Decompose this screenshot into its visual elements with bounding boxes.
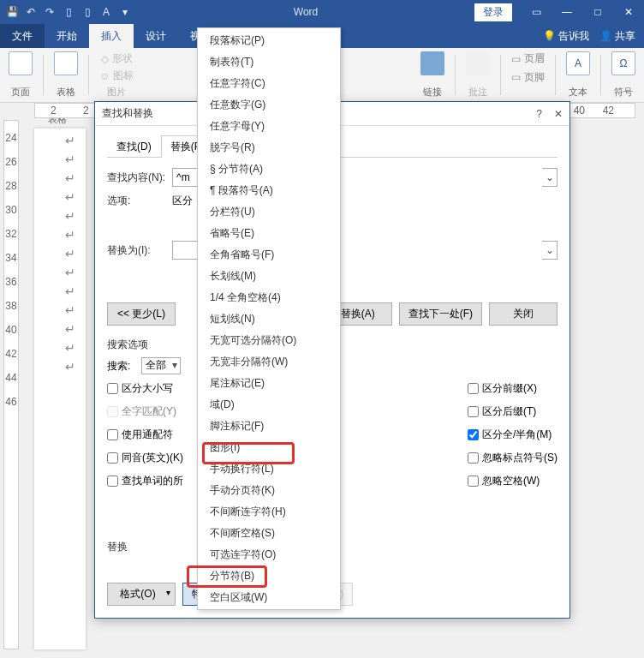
replace-with-label: 替换为(I): xyxy=(107,243,167,258)
qat-icon[interactable]: ▯ xyxy=(80,5,94,19)
tab-design[interactable]: 设计 xyxy=(134,24,178,48)
ruler-vertical: 242628 303234 363840 424446 xyxy=(3,120,19,649)
close-button[interactable]: 关闭 xyxy=(489,302,558,326)
find-what-label: 查找内容(N): xyxy=(107,170,167,185)
menu-item[interactable]: 长划线(M) xyxy=(198,266,340,287)
check-ignore-space[interactable]: 忽略空格(W) xyxy=(468,474,558,488)
help-icon[interactable]: ? xyxy=(536,108,542,120)
menu-item[interactable]: 1/4 全角空格(4) xyxy=(198,287,340,308)
menu-item[interactable]: 图形(I) xyxy=(198,437,340,458)
icons-icon: ☺ xyxy=(99,70,110,82)
ribbon-options-icon[interactable]: ▭ xyxy=(521,0,552,24)
replace-combo-arrow[interactable]: ⌄ xyxy=(542,241,558,260)
find-combo-arrow[interactable]: ⌄ xyxy=(542,168,558,187)
paragraph-mark: ↵ xyxy=(65,153,86,166)
undo-icon[interactable]: ↶ xyxy=(24,5,38,19)
ribbon-group-link[interactable]: 链接 xyxy=(417,51,448,99)
check-wildcards[interactable]: 使用通配符 xyxy=(107,428,183,442)
check-full-half[interactable]: 区分全/半角(M) xyxy=(468,428,558,442)
title-bar: 💾 ↶ ↷ ▯ ▯ A ▾ Word 登录 ▭ — □ ✕ xyxy=(0,0,644,24)
textbox-icon: A xyxy=(566,51,590,75)
check-ignore-punct[interactable]: 忽略标点符号(S) xyxy=(468,451,558,465)
link-icon xyxy=(420,51,444,75)
dialog-title: 查找和替换 xyxy=(102,106,153,121)
menu-item[interactable]: 域(D) xyxy=(198,394,340,416)
special-format-menu: 段落标记(P) 制表符(T) 任意字符(C) 任意数字(G) 任意字母(Y) 脱… xyxy=(197,27,341,610)
menu-item-manual-page-break[interactable]: 手动分页符(K) xyxy=(198,480,340,501)
menu-item[interactable]: 任意数字(G) xyxy=(198,94,340,116)
redo-icon[interactable]: ↷ xyxy=(43,5,57,19)
ribbon-group-headerfooter[interactable]: ▭页眉 ▭页脚 xyxy=(508,51,548,99)
find-what-input[interactable] xyxy=(172,168,198,187)
tab-home[interactable]: 开始 xyxy=(45,24,89,48)
menu-item[interactable]: 无宽可选分隔符(O) xyxy=(198,330,340,351)
menu-item[interactable]: ¶ 段落符号(A) xyxy=(198,180,340,201)
find-next-button[interactable]: 查找下一处(F) xyxy=(399,302,482,326)
login-button[interactable]: 登录 xyxy=(474,3,512,21)
menu-item[interactable]: 制表符(T) xyxy=(198,51,340,73)
check-suffix[interactable]: 区分后缀(T) xyxy=(468,404,558,419)
replace-with-input[interactable] xyxy=(172,241,198,260)
tab-file[interactable]: 文件 xyxy=(0,24,45,48)
menu-item[interactable]: 不间断连字符(H) xyxy=(198,501,340,523)
less-button[interactable]: << 更少(L) xyxy=(107,302,176,326)
tell-me[interactable]: 💡 告诉我 xyxy=(543,29,589,44)
qat-icon[interactable]: ▯ xyxy=(62,5,75,19)
menu-item[interactable]: 脱字号(R) xyxy=(198,137,340,159)
check-match-case[interactable]: 区分大小写 xyxy=(107,381,183,396)
maximize-icon[interactable]: □ xyxy=(582,0,613,24)
menu-item[interactable]: 尾注标记(E) xyxy=(198,373,340,394)
search-direction-select[interactable]: 全部 xyxy=(141,357,181,374)
options-label: 选项: xyxy=(107,194,167,208)
menu-item[interactable]: 无宽非分隔符(W) xyxy=(198,351,340,373)
ribbon-group-table[interactable]: 表格 xyxy=(51,51,81,99)
footer-icon: ▭ xyxy=(511,71,521,83)
menu-item[interactable]: 空白区域(W) xyxy=(198,587,340,608)
paragraph-mark: ↵ xyxy=(65,209,86,223)
ribbon-group-page[interactable]: 页面 xyxy=(5,51,36,99)
tab-find[interactable]: 查找(D) xyxy=(107,135,161,158)
search-direction-label: 搜索: xyxy=(107,359,136,374)
check-word-forms[interactable]: 查找单词的所 xyxy=(107,474,183,488)
close-icon[interactable]: ✕ xyxy=(554,108,563,120)
menu-item[interactable]: 手动换行符(L) xyxy=(198,458,340,480)
tab-insert[interactable]: 插入 xyxy=(89,24,134,48)
menu-item[interactable]: 短划线(N) xyxy=(198,308,340,330)
share-button[interactable]: 👤 共享 xyxy=(599,29,635,44)
table-icon xyxy=(54,51,78,75)
minimize-icon[interactable]: — xyxy=(552,0,582,24)
comment-icon xyxy=(466,51,490,75)
paragraph-mark: ↵ xyxy=(65,360,86,374)
check-sounds-like[interactable]: 同音(英文)(K) xyxy=(107,451,183,465)
check-whole-word[interactable]: 全字匹配(Y) xyxy=(107,404,183,419)
paragraph-mark: ↵ xyxy=(65,247,86,260)
format-button[interactable]: 格式(O) xyxy=(107,583,176,606)
menu-item[interactable]: 不间断空格(S) xyxy=(198,523,340,544)
menu-item[interactable]: 脚注标记(F) xyxy=(198,416,340,437)
menu-item[interactable]: 任意字母(Y) xyxy=(198,116,340,137)
symbol-icon: Ω xyxy=(611,51,635,75)
menu-item[interactable]: 段落标记(P) xyxy=(198,30,340,51)
menu-item[interactable]: § 分节符(A) xyxy=(198,159,340,180)
qat-icon[interactable]: A xyxy=(99,5,113,19)
close-icon[interactable]: ✕ xyxy=(613,0,644,24)
document-page: ↵ ↵ ↵ ↵ ↵ ↵ ↵ ↵ ↵ ↵ ↵ ↵ ↵ xyxy=(34,129,86,649)
menu-item[interactable]: 任意字符(C) xyxy=(198,73,340,94)
qat-more-icon[interactable]: ▾ xyxy=(118,5,132,19)
app-title: Word xyxy=(137,6,474,18)
options-value: 区分 xyxy=(172,194,193,208)
save-icon[interactable]: 💾 xyxy=(5,5,19,19)
header-icon: ▭ xyxy=(511,53,521,65)
menu-item[interactable]: 分节符(B) xyxy=(198,565,340,587)
page-icon xyxy=(9,51,33,75)
menu-item[interactable]: 可选连字符(O) xyxy=(198,544,340,565)
menu-item[interactable]: 全角省略号(F) xyxy=(198,244,340,266)
paragraph-mark: ↵ xyxy=(65,284,86,298)
menu-item[interactable]: 省略号(E) xyxy=(198,223,340,244)
ribbon-group-text[interactable]: A 文本 xyxy=(563,51,593,99)
ribbon-group-symbol[interactable]: Ω 符号 xyxy=(608,51,639,99)
ribbon-group-illustrations: ◇形状 ☺图标 图片 xyxy=(96,51,137,99)
check-prefix[interactable]: 区分前缀(X) xyxy=(468,381,558,396)
menu-item[interactable]: 分栏符(U) xyxy=(198,201,340,223)
paragraph-mark: ↵ xyxy=(65,322,86,336)
